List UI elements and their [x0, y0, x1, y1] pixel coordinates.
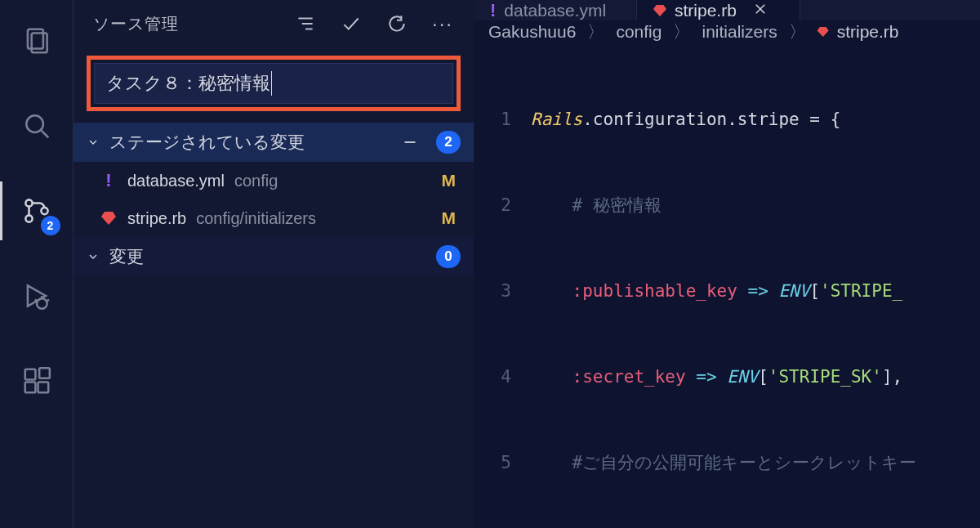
line-number: 5: [474, 449, 531, 477]
activity-bar: 2: [0, 0, 74, 528]
changes-count-badge: 0: [436, 245, 461, 268]
svg-rect-14: [38, 383, 48, 393]
ellipsis-icon: ···: [432, 12, 453, 35]
refresh-button[interactable]: [379, 6, 415, 42]
extensions-icon: [21, 365, 52, 396]
minus-icon: [401, 133, 419, 151]
editor-group: ! database.yml stripe.rb Gakushuu6 〉 con…: [474, 0, 980, 528]
search-icon: [21, 110, 52, 141]
close-tab-button[interactable]: [753, 1, 768, 20]
svg-rect-15: [39, 368, 50, 378]
chevron-right-icon: 〉: [789, 20, 806, 43]
crumb[interactable]: config: [616, 22, 662, 42]
svg-line-3: [41, 131, 48, 138]
file-path: config: [234, 172, 278, 190]
chevron-down-icon: [85, 134, 101, 150]
svg-point-6: [41, 208, 47, 214]
ruby-file-icon: [100, 209, 118, 227]
svg-point-8: [37, 298, 47, 309]
svg-line-10: [34, 300, 37, 302]
commit-message-highlight: タスク８：秘密情報: [87, 56, 461, 111]
svg-rect-13: [24, 383, 35, 393]
tab-label: stripe.rb: [675, 1, 737, 20]
tab-stripe-rb[interactable]: stripe.rb: [637, 0, 800, 20]
file-status: M: [442, 171, 460, 190]
file-name: stripe.rb: [127, 209, 186, 228]
file-name: database.yml: [127, 172, 225, 190]
changes-section[interactable]: 変更 0: [74, 237, 474, 276]
staged-changes-section[interactable]: ステージされている変更 2: [74, 123, 474, 162]
tab-label: database.yml: [504, 1, 606, 20]
commit-button[interactable]: [333, 6, 369, 42]
run-debug-activity[interactable]: [0, 266, 74, 325]
line-number: 3: [474, 277, 531, 306]
file-row[interactable]: stripe.rb config/initializers M: [74, 199, 474, 237]
tree-icon: [295, 13, 316, 34]
breadcrumb[interactable]: Gakushuu6 〉 config 〉 initializers 〉 stri…: [474, 20, 980, 43]
yaml-file-icon: !: [100, 172, 118, 190]
refresh-icon: [386, 13, 408, 34]
editor-tabs: ! database.yml stripe.rb: [474, 0, 980, 20]
more-actions-button[interactable]: ···: [425, 6, 461, 42]
search-activity[interactable]: [0, 96, 74, 155]
commit-message-text: タスク８：秘密情報: [106, 71, 270, 96]
scm-badge: 2: [41, 216, 60, 235]
commit-message-input[interactable]: タスク８：秘密情報: [94, 63, 453, 104]
panel-header: ソース管理 ···: [74, 0, 474, 47]
file-row[interactable]: ! database.yml config M: [74, 162, 474, 199]
ruby-file-icon: [653, 5, 666, 16]
staged-changes-label: ステージされている変更: [109, 131, 384, 154]
code-editor[interactable]: 1Rails.configuration.stripe = { 2 # 秘密情報…: [474, 43, 980, 528]
svg-point-5: [25, 215, 32, 221]
svg-rect-12: [24, 369, 35, 380]
chevron-down-icon: [85, 248, 101, 265]
check-icon: [341, 13, 362, 34]
cursor: [271, 71, 272, 96]
source-control-activity[interactable]: 2: [0, 181, 74, 240]
staged-count-badge: 2: [436, 131, 461, 154]
view-as-tree-button[interactable]: [287, 6, 323, 42]
line-number: 1: [474, 105, 531, 134]
extensions-activity[interactable]: [0, 351, 74, 410]
line-number: 4: [474, 363, 531, 392]
svg-line-11: [46, 300, 48, 302]
unstage-all-button[interactable]: [392, 124, 428, 160]
ruby-file-icon: [817, 27, 829, 37]
source-control-panel: ソース管理 ··· タスク８：秘密情報 ステージされている変更 2: [74, 0, 474, 528]
svg-point-2: [26, 115, 43, 132]
chevron-right-icon: 〉: [673, 20, 690, 43]
panel-title: ソース管理: [93, 13, 278, 35]
files-icon: [21, 25, 52, 56]
changes-label: 変更: [109, 245, 428, 268]
close-icon: [753, 2, 768, 16]
crumb[interactable]: initializers: [702, 22, 777, 42]
crumb[interactable]: Gakushuu6: [488, 22, 576, 42]
svg-point-4: [25, 199, 32, 206]
chevron-right-icon: 〉: [587, 20, 604, 43]
file-path: config/initializers: [196, 209, 316, 228]
yaml-file-icon: !: [490, 2, 496, 20]
file-status: M: [442, 208, 460, 228]
explorer-activity[interactable]: [0, 11, 74, 70]
line-number: 2: [474, 191, 531, 220]
tab-database-yml[interactable]: ! database.yml: [474, 0, 637, 20]
debug-icon: [21, 280, 52, 311]
crumb-current[interactable]: stripe.rb: [817, 22, 899, 42]
